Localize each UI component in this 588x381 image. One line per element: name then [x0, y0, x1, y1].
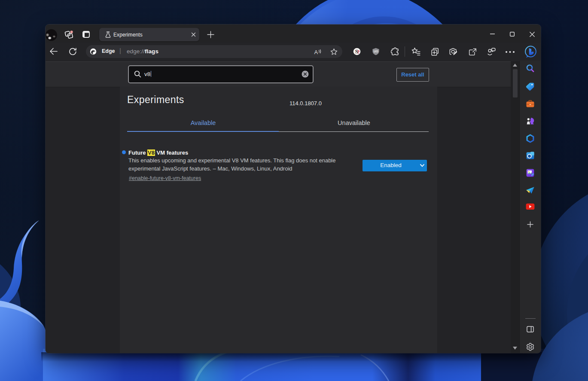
svg-text:A: A	[314, 49, 318, 55]
svg-text:?: ?	[357, 49, 360, 55]
svg-text:UO: UO	[374, 50, 378, 53]
